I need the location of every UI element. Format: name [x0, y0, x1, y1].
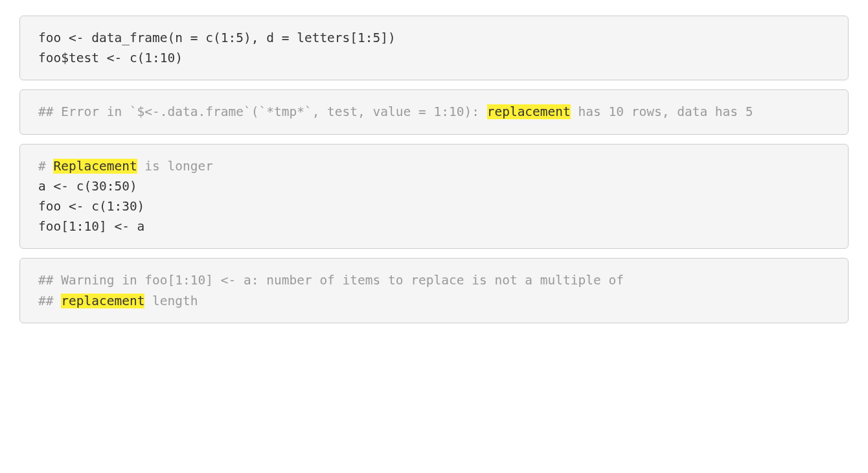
error-text-pre: ## Error in `$<-.data.frame`(`*tmp*`, te…: [38, 104, 487, 119]
code-line: foo[1:10] <- a: [38, 219, 144, 234]
output-block-warning: ## Warning in foo[1:10] <- a: number of …: [19, 258, 849, 323]
highlight-replacement: Replacement: [53, 159, 137, 174]
code-block-2: # Replacement is longer a <- c(30:50) fo…: [19, 144, 849, 249]
highlight-replacement: replacement: [487, 104, 571, 119]
comment-hash: #: [38, 159, 53, 174]
code-line: foo <- c(1:30): [38, 199, 144, 214]
code-block-1: foo <- data_frame(n = c(1:5), d = letter…: [19, 16, 849, 80]
warning-post: length: [144, 294, 198, 308]
highlight-replacement: replacement: [61, 294, 144, 308]
code-line: foo$test <- c(1:10): [38, 51, 183, 65]
code-line: foo <- data_frame(n = c(1:5), d = letter…: [38, 30, 396, 45]
warning-line: ## Warning in foo[1:10] <- a: number of …: [38, 273, 624, 288]
output-block-error: ## Error in `$<-.data.frame`(`*tmp*`, te…: [19, 89, 849, 134]
comment-rest: is longer: [137, 159, 213, 174]
warning-pre: ##: [38, 294, 61, 308]
error-text-post: has 10 rows, data has 5: [571, 104, 753, 119]
code-line: a <- c(30:50): [38, 179, 137, 194]
